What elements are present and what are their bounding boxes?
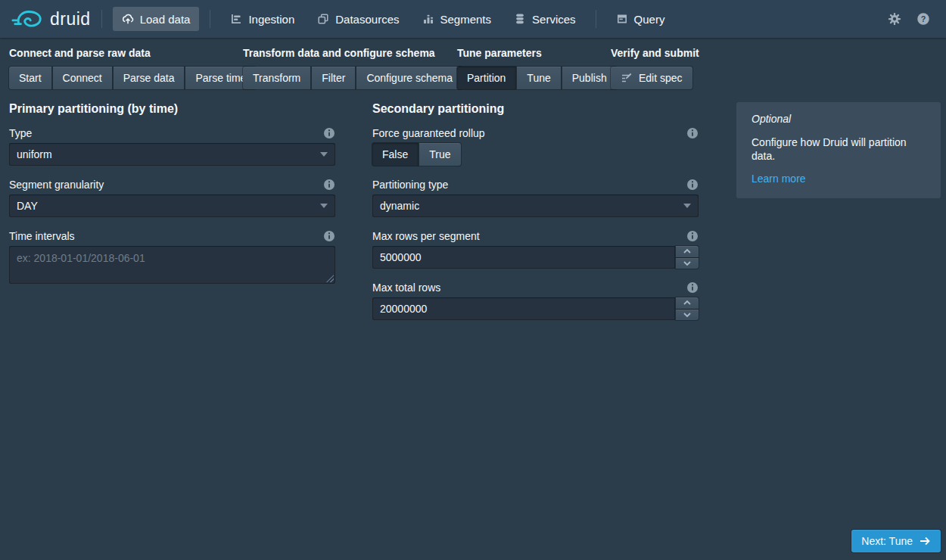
database-icon bbox=[514, 13, 526, 25]
type-select[interactable]: uniform bbox=[9, 143, 335, 166]
stepper-up-button[interactable] bbox=[676, 297, 699, 309]
time-intervals-input[interactable] bbox=[9, 246, 335, 284]
navbar-right: ? bbox=[883, 8, 935, 30]
nav-services-label: Services bbox=[532, 13, 576, 26]
gear-icon bbox=[888, 12, 901, 26]
nav-query[interactable]: Query bbox=[607, 7, 674, 31]
navbar-divider bbox=[210, 10, 210, 28]
info-icon[interactable] bbox=[323, 230, 335, 242]
nav-ingestion-label: Ingestion bbox=[248, 13, 294, 26]
stepper-down-button[interactable] bbox=[676, 258, 699, 269]
partitioning-type-select[interactable]: dynamic bbox=[372, 194, 699, 217]
learn-more-link[interactable]: Learn more bbox=[752, 173, 806, 185]
info-icon[interactable] bbox=[323, 127, 335, 139]
step-group-tune: Tune parameters Partition Tune Publish bbox=[457, 47, 617, 89]
type-label: Type bbox=[9, 127, 32, 139]
step-group-connect: Connect and parse raw data Start Connect… bbox=[9, 47, 256, 89]
info-icon[interactable] bbox=[323, 179, 335, 191]
nav-load-data-label: Load data bbox=[140, 13, 191, 26]
segment-granularity-value: DAY bbox=[17, 200, 38, 212]
help-icon: ? bbox=[916, 12, 930, 26]
step-group-verify: Verify and submit Edit spec bbox=[611, 47, 699, 89]
chevron-down-icon bbox=[683, 312, 692, 318]
nav-datasources[interactable]: Datasources bbox=[308, 7, 408, 31]
caret-down-icon bbox=[320, 204, 328, 208]
caret-down-icon bbox=[320, 152, 328, 157]
segment-granularity-select[interactable]: DAY bbox=[9, 194, 335, 217]
primary-partitioning-heading: Primary partitioning (by time) bbox=[9, 102, 335, 116]
max-total-rows-input[interactable] bbox=[372, 297, 675, 320]
type-select-value: uniform bbox=[17, 148, 52, 160]
partitioning-type-value: dynamic bbox=[380, 200, 419, 212]
nav-segments-label: Segments bbox=[440, 13, 492, 26]
nav-datasources-label: Datasources bbox=[335, 13, 399, 26]
max-rows-per-segment-input[interactable] bbox=[372, 246, 675, 269]
number-stepper bbox=[676, 297, 699, 320]
info-icon[interactable] bbox=[686, 230, 699, 242]
step-buttons-tune: Partition Tune Publish bbox=[457, 67, 617, 89]
step-group-transform: Transform data and configure schema Tran… bbox=[243, 47, 462, 89]
nav-ingestion[interactable]: Ingestion bbox=[221, 7, 303, 31]
navbar-items: Ingestion Datasources Segments bbox=[221, 7, 584, 31]
rollup-true-button[interactable]: True bbox=[419, 143, 460, 166]
info-icon[interactable] bbox=[686, 127, 699, 139]
gantt-chart-icon bbox=[230, 13, 242, 25]
step-connect-button[interactable]: Connect bbox=[53, 67, 112, 89]
chevron-down-icon bbox=[683, 260, 692, 266]
help-button[interactable]: ? bbox=[912, 8, 935, 30]
top-navbar: druid Load data Ingestion Datasources bbox=[0, 0, 946, 38]
max-total-rows-field: Max total rows bbox=[372, 281, 699, 320]
type-field: Type uniform bbox=[9, 126, 335, 166]
brand-name: druid bbox=[50, 9, 91, 30]
force-guaranteed-rollup-field: Force guaranteed rollup False True bbox=[372, 126, 699, 166]
step-parse-data-button[interactable]: Parse data bbox=[114, 67, 185, 89]
primary-partitioning-section: Primary partitioning (by time) Type unif… bbox=[9, 102, 335, 296]
druid-logo[interactable]: druid bbox=[11, 8, 91, 30]
max-total-rows-label: Max total rows bbox=[372, 282, 440, 294]
stepper-up-button[interactable] bbox=[676, 246, 699, 257]
edit-spec-label: Edit spec bbox=[639, 72, 683, 84]
partitioning-type-field: Partitioning type dynamic bbox=[372, 178, 699, 217]
step-navigation: Connect and parse raw data Start Connect… bbox=[0, 47, 946, 102]
step-group-title: Verify and submit bbox=[611, 47, 699, 59]
info-icon[interactable] bbox=[686, 282, 699, 294]
nav-segments[interactable]: Segments bbox=[413, 7, 501, 31]
partitioning-type-label: Partitioning type bbox=[372, 179, 448, 191]
druid-swirl-icon bbox=[11, 8, 43, 30]
navbar-divider bbox=[596, 10, 596, 28]
force-guaranteed-rollup-label: Force guaranteed rollup bbox=[372, 127, 485, 139]
next-tune-button[interactable]: Next: Tune bbox=[851, 530, 941, 552]
step-transform-button[interactable]: Transform bbox=[243, 67, 310, 89]
step-start-button[interactable]: Start bbox=[9, 67, 51, 89]
rollup-false-button[interactable]: False bbox=[372, 143, 418, 166]
callout-title: Optional bbox=[752, 113, 926, 125]
nav-load-data[interactable]: Load data bbox=[113, 7, 200, 31]
secondary-partitioning-section: Secondary partitioning Force guaranteed … bbox=[372, 102, 699, 332]
svg-text:?: ? bbox=[921, 14, 926, 23]
next-tune-label: Next: Tune bbox=[861, 535, 913, 547]
step-configure-schema-button[interactable]: Configure schema bbox=[356, 67, 462, 89]
stepper-down-button[interactable] bbox=[676, 310, 699, 321]
step-filter-button[interactable]: Filter bbox=[312, 67, 355, 89]
caret-down-icon bbox=[683, 204, 691, 208]
max-rows-per-segment-label: Max rows per segment bbox=[372, 230, 480, 242]
step-tune-button[interactable]: Tune bbox=[517, 67, 560, 89]
segment-granularity-field: Segment granularity DAY bbox=[9, 178, 335, 217]
bar-chart-icon bbox=[422, 13, 434, 25]
info-callout: Optional Configure how Druid will partit… bbox=[736, 102, 941, 198]
step-publish-button[interactable]: Publish bbox=[562, 67, 617, 89]
settings-button[interactable] bbox=[883, 8, 906, 30]
info-icon[interactable] bbox=[686, 179, 699, 191]
step-partition-button[interactable]: Partition bbox=[457, 67, 515, 89]
edit-spec-button[interactable]: Edit spec bbox=[611, 67, 692, 89]
segment-granularity-label: Segment granularity bbox=[9, 179, 104, 191]
callout-body: Configure how Druid will partition data. bbox=[752, 135, 926, 163]
step-group-title: Connect and parse raw data bbox=[9, 47, 256, 59]
nav-services[interactable]: Services bbox=[505, 7, 585, 31]
secondary-partitioning-heading: Secondary partitioning bbox=[372, 102, 699, 116]
step-buttons-transform: Transform Filter Configure schema bbox=[243, 67, 462, 89]
duplicate-icon bbox=[317, 13, 329, 25]
chevron-up-icon bbox=[683, 248, 692, 254]
number-stepper bbox=[676, 246, 699, 269]
navbar-divider bbox=[101, 10, 102, 28]
